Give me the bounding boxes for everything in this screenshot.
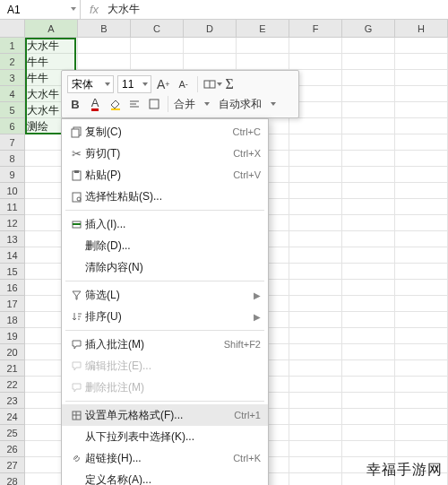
cell[interactable] (395, 296, 448, 312)
cell[interactable] (289, 134, 342, 151)
cell[interactable] (342, 360, 395, 377)
cell[interactable] (342, 54, 395, 70)
cell[interactable] (289, 425, 342, 441)
column-header[interactable]: A (25, 20, 78, 37)
row-header[interactable]: 13 (0, 231, 25, 247)
cell[interactable] (342, 231, 395, 247)
cell[interactable] (289, 199, 342, 215)
cell[interactable] (342, 102, 395, 118)
cell[interactable] (289, 296, 342, 312)
cell[interactable] (395, 134, 448, 151)
cell[interactable] (237, 54, 289, 70)
row-header[interactable]: 20 (0, 344, 25, 360)
cell[interactable] (289, 409, 342, 425)
cell[interactable] (289, 247, 342, 264)
cell[interactable] (395, 280, 448, 296)
cell[interactable] (395, 199, 448, 215)
cell[interactable] (395, 425, 448, 441)
menu-format-cells[interactable]: 设置单元格格式(F)... Ctrl+1 (62, 404, 268, 426)
cell[interactable] (289, 183, 342, 199)
cell[interactable] (289, 231, 342, 247)
cell[interactable] (131, 54, 184, 70)
cell[interactable] (342, 393, 395, 409)
cell[interactable] (342, 86, 395, 102)
menu-delete[interactable]: 删除(D)... (62, 235, 268, 256)
formula-bar-value[interactable]: 大水牛 (108, 2, 140, 17)
menu-clear[interactable]: 清除内容(N) (62, 256, 268, 278)
cell[interactable] (342, 328, 395, 344)
cell[interactable] (395, 54, 448, 70)
cell[interactable] (289, 312, 342, 328)
column-header[interactable]: G (342, 20, 395, 37)
cell[interactable] (342, 118, 395, 134)
menu-dropdown-pick[interactable]: 从下拉列表中选择(K)... (62, 426, 268, 447)
cell[interactable] (395, 344, 448, 360)
cell[interactable] (395, 312, 448, 328)
merge-dropdown[interactable] (199, 95, 215, 113)
row-header[interactable]: 28 (0, 473, 25, 485)
menu-paste[interactable]: 粘贴(P) Ctrl+V (62, 164, 268, 186)
cell[interactable] (342, 38, 395, 54)
cell[interactable] (342, 247, 395, 264)
cell[interactable] (342, 215, 395, 231)
borders-button[interactable] (146, 95, 162, 113)
cell[interactable] (289, 280, 342, 296)
cell[interactable]: 大水牛 (25, 38, 78, 54)
cell[interactable] (395, 215, 448, 231)
fill-color-button[interactable] (107, 95, 123, 113)
cell[interactable] (342, 264, 395, 280)
cell[interactable] (342, 199, 395, 215)
row-header[interactable]: 25 (0, 425, 25, 441)
cell[interactable] (289, 473, 342, 485)
cell[interactable] (342, 151, 395, 167)
cell[interactable] (289, 360, 342, 377)
row-header[interactable]: 4 (0, 86, 25, 102)
row-header[interactable]: 22 (0, 377, 25, 393)
row-header[interactable]: 8 (0, 151, 25, 167)
cell[interactable] (289, 151, 342, 167)
row-header[interactable]: 15 (0, 264, 25, 280)
cell[interactable] (289, 344, 342, 360)
cell[interactable] (289, 215, 342, 231)
cell[interactable] (395, 360, 448, 377)
column-header[interactable]: H (395, 20, 448, 37)
menu-filter[interactable]: 筛选(L) ▶ (62, 284, 268, 306)
align-button[interactable] (126, 95, 142, 113)
cell[interactable] (395, 231, 448, 247)
cell[interactable] (289, 328, 342, 344)
cell[interactable] (342, 134, 395, 151)
fx-icon[interactable]: fx (90, 3, 99, 16)
row-header[interactable]: 21 (0, 360, 25, 377)
menu-copy[interactable]: 复制(C) Ctrl+C (62, 121, 268, 143)
font-size-select[interactable]: 11 (117, 75, 151, 93)
cell[interactable] (342, 377, 395, 393)
column-header[interactable]: F (289, 20, 342, 37)
cell[interactable] (395, 328, 448, 344)
menu-cut[interactable]: ✂ 剪切(T) Ctrl+X (62, 143, 268, 164)
cell[interactable] (342, 312, 395, 328)
cell[interactable] (395, 70, 448, 86)
cell[interactable] (289, 457, 342, 473)
cell[interactable] (184, 54, 237, 70)
row-header[interactable]: 12 (0, 215, 25, 231)
cell[interactable] (342, 70, 395, 86)
column-header[interactable]: C (131, 20, 184, 37)
autosum-dropdown[interactable] (265, 95, 281, 113)
row-header[interactable]: 10 (0, 183, 25, 199)
row-header[interactable]: 18 (0, 312, 25, 328)
row-header[interactable]: 16 (0, 280, 25, 296)
cell[interactable] (342, 296, 395, 312)
cell[interactable] (395, 264, 448, 280)
cell[interactable] (289, 264, 342, 280)
row-header[interactable]: 14 (0, 247, 25, 264)
cell[interactable] (395, 38, 448, 54)
cell[interactable] (342, 167, 395, 183)
row-header[interactable]: 1 (0, 38, 25, 54)
cell[interactable] (289, 441, 342, 457)
cell[interactable] (342, 280, 395, 296)
cell[interactable] (78, 38, 131, 54)
name-box[interactable]: A1 (0, 0, 81, 19)
cell[interactable] (395, 102, 448, 118)
cell[interactable] (395, 86, 448, 102)
menu-paste-special[interactable]: 选择性粘贴(S)... (62, 186, 268, 207)
